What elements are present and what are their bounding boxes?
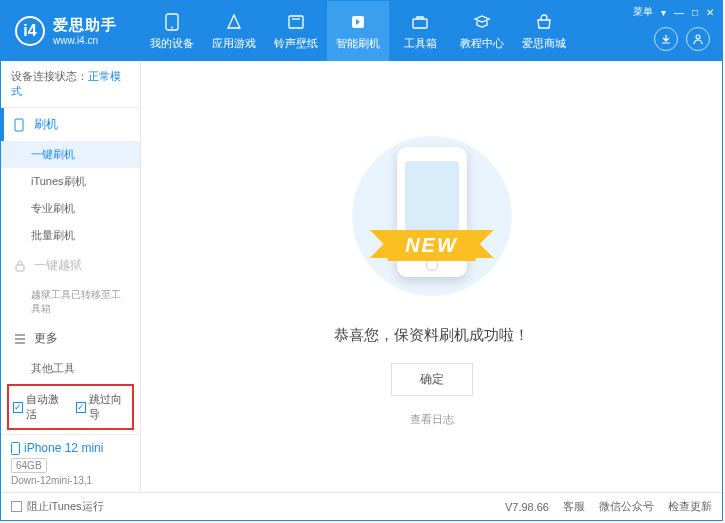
block-itunes-label: 阻止iTunes运行 (27, 499, 104, 514)
maximize-button[interactable]: □ (692, 7, 698, 18)
device-panel[interactable]: iPhone 12 mini 64GB Down-12mini-13,1 (1, 434, 140, 492)
sidebar-item-other-tools[interactable]: 其他工具 (1, 355, 140, 380)
app-title: 爱思助手 (53, 16, 117, 35)
close-button[interactable]: ✕ (706, 7, 714, 18)
apps-icon (225, 12, 243, 32)
list-icon (14, 334, 28, 344)
app-logo: i4 爱思助手 www.i4.cn (1, 16, 131, 46)
store-icon (535, 12, 553, 32)
svg-point-5 (696, 35, 700, 39)
main-content: NEW 恭喜您，保资料刷机成功啦！ 确定 查看日志 (141, 61, 722, 492)
menu-dropdown-icon[interactable]: ▾ (661, 7, 666, 18)
user-button[interactable] (686, 27, 710, 51)
menu-button[interactable]: 菜单 (633, 5, 653, 19)
svg-point-1 (171, 26, 173, 28)
sidebar: 设备连接状态：正常模式 刷机 一键刷机 iTunes刷机 专业刷机 批量刷机 一… (1, 61, 141, 492)
sidebar-item-oneclick[interactable]: 一键刷机 (1, 141, 140, 168)
wallpaper-icon (287, 12, 305, 32)
success-message: 恭喜您，保资料刷机成功啦！ (334, 326, 529, 345)
svg-rect-2 (289, 16, 303, 28)
section-jailbreak[interactable]: 一键越狱 (1, 249, 140, 282)
minimize-button[interactable]: — (674, 7, 684, 18)
check-update-link[interactable]: 检查更新 (668, 499, 712, 514)
phone-icon (165, 12, 179, 32)
title-bar: i4 爱思助手 www.i4.cn 我的设备 应用游戏 铃声壁纸 智能刷机 (1, 1, 722, 61)
nav-apps-games[interactable]: 应用游戏 (203, 1, 265, 61)
skip-guide-checkbox[interactable]: ✓跳过向导 (76, 392, 129, 422)
options-row: ✓自动激活 ✓跳过向导 (7, 384, 134, 430)
status-bar: 阻止iTunes运行 V7.98.66 客服 微信公众号 检查更新 (1, 492, 722, 520)
device-icon (11, 442, 20, 455)
wechat-link[interactable]: 微信公众号 (599, 499, 654, 514)
download-button[interactable] (654, 27, 678, 51)
device-detail: Down-12mini-13,1 (11, 475, 130, 486)
flash-icon (349, 12, 367, 32)
new-ribbon: NEW (387, 230, 476, 261)
auto-activate-checkbox[interactable]: ✓自动激活 (13, 392, 66, 422)
lock-icon (14, 260, 28, 272)
sidebar-item-pro-flash[interactable]: 专业刷机 (1, 195, 140, 222)
nav-toolbox[interactable]: 工具箱 (389, 1, 451, 61)
app-url: www.i4.cn (53, 35, 117, 46)
main-nav: 我的设备 应用游戏 铃声壁纸 智能刷机 工具箱 教程中心 (141, 1, 575, 61)
connection-status: 设备连接状态：正常模式 (1, 61, 140, 108)
device-name: iPhone 12 mini (11, 441, 130, 455)
phone-small-icon (14, 118, 28, 132)
nav-store[interactable]: 爱思商城 (513, 1, 575, 61)
svg-rect-6 (15, 119, 23, 131)
view-log-link[interactable]: 查看日志 (410, 412, 454, 427)
nav-tutorials[interactable]: 教程中心 (451, 1, 513, 61)
nav-ringtones[interactable]: 铃声壁纸 (265, 1, 327, 61)
section-more[interactable]: 更多 (1, 322, 140, 355)
block-itunes-checkbox[interactable] (11, 501, 22, 512)
nav-smart-flash[interactable]: 智能刷机 (327, 1, 389, 61)
section-flash[interactable]: 刷机 (1, 108, 140, 141)
sidebar-item-batch-flash[interactable]: 批量刷机 (1, 222, 140, 249)
device-storage: 64GB (11, 458, 47, 473)
logo-icon: i4 (15, 16, 45, 46)
success-illustration: NEW (342, 126, 522, 306)
svg-rect-8 (12, 442, 20, 454)
sidebar-item-itunes-flash[interactable]: iTunes刷机 (1, 168, 140, 195)
tutorial-icon (473, 12, 491, 32)
nav-my-device[interactable]: 我的设备 (141, 1, 203, 61)
svg-rect-4 (413, 19, 427, 28)
window-controls: 菜单 ▾ — □ ✕ (633, 5, 714, 19)
svg-rect-7 (16, 265, 24, 271)
toolbox-icon (411, 12, 429, 32)
jailbreak-note: 越狱工具已转移至工具箱 (1, 282, 140, 322)
version-label: V7.98.66 (505, 501, 549, 513)
service-link[interactable]: 客服 (563, 499, 585, 514)
confirm-button[interactable]: 确定 (391, 363, 473, 396)
app-window: i4 爱思助手 www.i4.cn 我的设备 应用游戏 铃声壁纸 智能刷机 (0, 0, 723, 521)
